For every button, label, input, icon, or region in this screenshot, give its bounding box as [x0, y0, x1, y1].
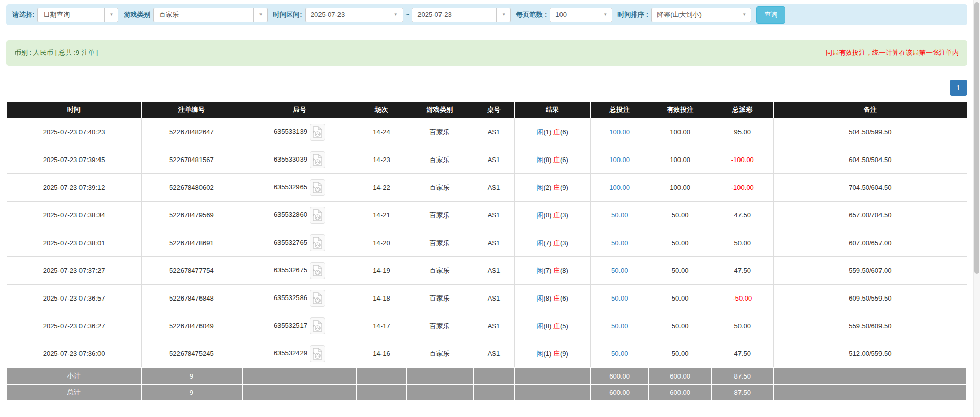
total-bet-link[interactable]: 50.00: [611, 294, 628, 302]
time-sort-select[interactable]: 降幂(由大到小) ▼: [651, 8, 751, 22]
video-file-icon: [312, 265, 322, 276]
player-result-label: 闲: [536, 128, 543, 136]
total-bet-link[interactable]: 100.00: [609, 128, 630, 136]
scrollbar-thumb[interactable]: [974, 2, 979, 274]
banker-result-score: (3): [560, 239, 568, 247]
video-replay-button[interactable]: [310, 262, 325, 279]
time-cell: 2025-07-23 07:38:01: [7, 229, 141, 257]
valid-bet-cell: 50.00: [649, 340, 711, 368]
date-to-value: 2025-07-23: [412, 11, 457, 18]
select-label: 请选择:: [12, 10, 34, 19]
table-no-cell: AS1: [473, 312, 514, 340]
total-bet-link[interactable]: 100.00: [609, 156, 630, 164]
banker-result-score: (6): [560, 294, 568, 302]
query-type-select[interactable]: 日期查询 ▼: [37, 8, 118, 22]
banker-result-label: 庄: [553, 239, 560, 247]
total-bet-cell: 50.00: [590, 257, 649, 285]
result-cell: 闲(1) 庄(6): [514, 118, 590, 146]
total-bet-link[interactable]: 50.00: [611, 239, 628, 247]
video-replay-button[interactable]: [310, 207, 325, 224]
total-bet-link[interactable]: 50.00: [611, 267, 628, 274]
bet-id-cell: 522678476049: [141, 312, 242, 340]
banker-result-score: (9): [560, 184, 568, 191]
note-cell: 604.50/504.50: [774, 146, 967, 174]
date-to-select[interactable]: 2025-07-23 ▼: [412, 8, 511, 22]
column-header: 局号: [242, 102, 357, 118]
banker-result-label: 庄: [553, 350, 560, 358]
result-cell: 闲(8) 庄(6): [514, 285, 590, 312]
banker-result-score: (6): [560, 156, 568, 164]
time-cell: 2025-07-23 07:40:23: [7, 118, 141, 146]
video-replay-button[interactable]: [310, 124, 325, 141]
payout-cell: -50.00: [711, 285, 774, 312]
video-replay-button[interactable]: [310, 234, 325, 251]
round-id: 635533039: [274, 155, 307, 163]
game-cell: 百家乐: [406, 229, 473, 257]
player-result-label: 闲: [536, 294, 543, 302]
payout-cell: 50.00: [711, 229, 774, 257]
round-cell: 635532965: [242, 174, 357, 202]
valid-bet-cell: 50.00: [649, 202, 711, 229]
chevron-down-icon: ▼: [104, 8, 118, 22]
table-row: 2025-07-23 07:40:23 522678482647 6355331…: [7, 118, 967, 146]
time-sort-value: 降幂(由大到小): [652, 10, 707, 19]
valid-bet-cell: 50.00: [649, 285, 711, 312]
player-result-label: 闲: [536, 350, 543, 358]
table-no-cell: AS1: [473, 174, 514, 202]
payout-value: -50.00: [733, 294, 752, 302]
total-bet-link[interactable]: 50.00: [611, 350, 628, 358]
banker-result-label: 庄: [553, 156, 560, 164]
payout-value: 50.00: [734, 239, 751, 247]
valid-bet-cell: 50.00: [649, 312, 711, 340]
video-replay-button[interactable]: [310, 151, 325, 168]
player-result-score: (7): [543, 267, 551, 274]
total-bet-cell: 100.00: [590, 118, 649, 146]
video-replay-button[interactable]: [310, 179, 325, 196]
bet-id-cell: 522678475245: [141, 340, 242, 368]
search-button[interactable]: 查询: [756, 6, 785, 24]
page-1-button[interactable]: 1: [950, 80, 967, 96]
total-bet-cell: 50.00: [590, 229, 649, 257]
total-empty-cell: [357, 384, 406, 401]
payout-value: 47.50: [734, 211, 751, 219]
payout-value: 95.00: [734, 128, 751, 136]
table-no-cell: AS1: [473, 257, 514, 285]
video-replay-button[interactable]: [310, 317, 325, 334]
date-from-select[interactable]: 2025-07-23 ▼: [305, 8, 403, 22]
video-replay-button[interactable]: [310, 290, 325, 307]
total-bet-cell: 50.00: [590, 202, 649, 229]
same-round-note: 同局有效投注，统一计算在该局第一张注单内: [826, 48, 959, 57]
player-result-label: 闲: [536, 322, 543, 330]
video-file-icon: [312, 126, 322, 138]
player-result-score: (0): [543, 211, 551, 219]
video-replay-button[interactable]: [310, 345, 325, 362]
total-payout: 87.50: [711, 384, 774, 401]
note-cell: 607.00/657.00: [774, 229, 967, 257]
game-cell: 百家乐: [406, 312, 473, 340]
banker-result-score: (8): [560, 267, 568, 274]
total-bet-cell: 100.00: [590, 174, 649, 202]
time-cell: 2025-07-23 07:36:00: [7, 340, 141, 368]
column-header: 有效投注: [649, 102, 711, 118]
player-result-score: (8): [543, 322, 551, 330]
valid-bet-cell: 100.00: [649, 146, 711, 174]
game-category-select[interactable]: 百家乐 ▼: [153, 8, 268, 22]
round-cell: 635532860: [242, 202, 357, 229]
column-header: 游戏类别: [406, 102, 473, 118]
date-from-value: 2025-07-23: [306, 11, 350, 18]
chevron-down-icon: ▼: [598, 8, 612, 22]
page-size-value: 100: [550, 11, 572, 18]
session-cell: 14-21: [357, 202, 406, 229]
player-result-label: 闲: [536, 184, 543, 191]
subtotal-empty-cell: [473, 368, 514, 384]
total-bet-link[interactable]: 50.00: [611, 211, 628, 219]
page-size-select[interactable]: 100 ▼: [550, 8, 612, 22]
total-bet-link[interactable]: 50.00: [611, 322, 628, 330]
total-valid-bet: 600.00: [649, 384, 711, 401]
total-bet-link[interactable]: 100.00: [609, 184, 630, 191]
total-empty-cell: [514, 384, 590, 401]
game-cell: 百家乐: [406, 285, 473, 312]
time-cell: 2025-07-23 07:38:34: [7, 202, 141, 229]
banker-result-label: 庄: [553, 294, 560, 302]
payout-cell: 95.00: [711, 118, 774, 146]
